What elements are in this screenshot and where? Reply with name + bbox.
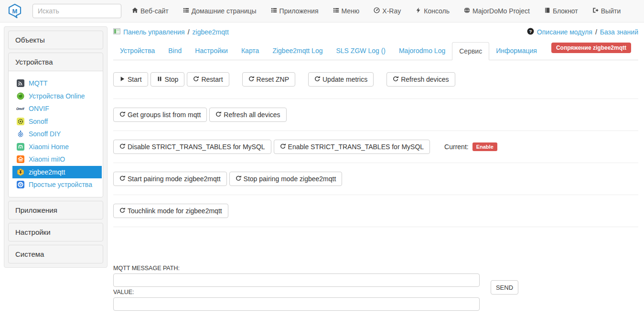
refresh-icon: [248, 76, 254, 83]
refresh-all-devices-button[interactable]: Refresh all devices: [209, 108, 286, 122]
search-input[interactable]: [32, 4, 121, 18]
tab-sls-zgw-log[interactable]: SLS ZGW Log (): [329, 42, 392, 60]
refresh-icon: [280, 143, 286, 151]
question-icon: [527, 28, 534, 36]
onvif-icon: Onvif: [16, 105, 25, 113]
knowledge-base-link[interactable]: База знаний: [600, 28, 638, 36]
pause-icon: [157, 76, 162, 83]
main-content: Панель управления / zigbee2mqtt Описание…: [107, 22, 644, 313]
list-icon: [271, 7, 277, 15]
device-list: MQTT Устройства Online Onvif ONVIF: [9, 71, 103, 197]
refresh-icon: [119, 207, 125, 215]
refresh-icon: [215, 111, 221, 119]
sidebar-panel-settings: Настройки: [8, 223, 103, 241]
breadcrumb: Панель управления / zigbee2mqtt: [113, 28, 229, 36]
restart-button[interactable]: Restart: [187, 72, 229, 87]
mqtt-message-form: MQTT MESSAGE PATH: VALUE: SEND: [113, 265, 638, 311]
sidebar-panel-objects: Объекты: [8, 31, 103, 49]
sidebar-panel-system: Система: [8, 245, 103, 263]
current-status-badge: Enable: [472, 142, 497, 151]
help-links: Описание модуля / База знаний: [527, 28, 638, 36]
nav-menu[interactable]: Меню: [333, 7, 360, 15]
sidebar-item-xiaomi-home[interactable]: Xiaomi Home: [12, 141, 102, 153]
current-label: Current:: [444, 143, 469, 151]
tab-information[interactable]: Информация: [489, 42, 544, 60]
sidebar-item-devices-online[interactable]: Устройства Online: [12, 90, 102, 103]
sidebar-item-xiaomi-miio[interactable]: Xiaomi miIO: [12, 153, 102, 166]
xiaomi-home-icon: [16, 142, 25, 151]
pairing-status-badge[interactable]: Сопряжение zigbee2mqtt: [551, 43, 631, 53]
nav-home-pages[interactable]: Домашние страницы: [183, 7, 257, 15]
start-pairing-button[interactable]: Start pairing mode zigbee2mqtt: [113, 172, 227, 186]
service-row-groups: Get groups list from mqtt Refresh all de…: [113, 99, 638, 131]
service-row-pairing: Start pairing mode zigbee2mqtt Stop pair…: [113, 163, 638, 195]
refresh-icon: [393, 76, 398, 83]
stop-button[interactable]: Stop: [150, 72, 185, 87]
sidebar: Объекты Устройства MQTT Устройства Onlin…: [4, 26, 107, 268]
start-button[interactable]: Start: [113, 72, 148, 87]
service-row-touchlink: Touchlink mode for zigbee2mqtt: [113, 195, 638, 227]
stop-pairing-button[interactable]: Stop pairing mode zigbee2mqtt: [229, 172, 343, 186]
sidebar-item-sonoff-diy[interactable]: Sonoff DIY: [12, 128, 102, 141]
refresh-devices-button[interactable]: Refresh devices: [386, 72, 455, 87]
tab-service[interactable]: Сервис: [452, 42, 489, 60]
notebook-icon: [544, 7, 550, 15]
refresh-icon: [314, 76, 320, 83]
tab-bind[interactable]: Bind: [161, 42, 188, 60]
enable-strict-tables-button[interactable]: Enable STRICT_TRANS_TABLES for MySQL: [274, 140, 430, 154]
globe-icon: [464, 7, 470, 15]
sidebar-item-onvif[interactable]: Onvif ONVIF: [12, 102, 102, 115]
tab-map[interactable]: Карта: [235, 42, 266, 60]
mqtt-icon: [16, 79, 25, 87]
bolt-icon: [415, 7, 421, 15]
refresh-icon: [236, 175, 241, 183]
sidebar-item-sonoff[interactable]: Sonoff: [12, 115, 102, 128]
nav-website[interactable]: Веб-сайт: [132, 7, 169, 15]
mqtt-path-input[interactable]: [113, 273, 480, 287]
get-groups-button[interactable]: Get groups list from mqtt: [113, 108, 207, 122]
refresh-icon: [119, 143, 125, 151]
online-icon: [16, 92, 25, 100]
zigbee2mqtt-icon: [16, 168, 25, 176]
sidebar-item-zigbee2mqtt[interactable]: zigbee2mqtt: [12, 166, 102, 179]
tab-majordomo-log[interactable]: Majorodmo Log: [392, 42, 452, 60]
tab-settings[interactable]: Настройки: [188, 42, 235, 60]
control-panel-icon: [113, 28, 120, 36]
nav-applications[interactable]: Приложения: [271, 7, 319, 15]
top-navbar: M Веб-сайт Домашние страницы Приложения …: [0, 0, 644, 22]
sidebar-panel-settings-header[interactable]: Настройки: [9, 223, 103, 241]
xiaomi-miio-icon: [16, 155, 25, 164]
sidebar-panel-objects-header[interactable]: Объекты: [9, 31, 103, 49]
breadcrumb-control-panel[interactable]: Панель управления: [123, 28, 185, 36]
nav-notebook[interactable]: Блокнот: [544, 7, 578, 15]
nav-console[interactable]: Консоль: [415, 7, 450, 15]
send-button[interactable]: SEND: [491, 280, 518, 295]
disable-strict-tables-button[interactable]: Disable STRICT_TRANS_TABLES for MySQL: [113, 140, 271, 154]
sidebar-panel-system-header[interactable]: Система: [9, 245, 103, 263]
tab-zigbee2mqtt-log[interactable]: Zigbee2mqtt Log: [266, 42, 329, 60]
gauge-icon: [374, 7, 380, 15]
sidebar-panel-apps-header[interactable]: Приложения: [9, 201, 103, 219]
tab-devices[interactable]: Устройства: [113, 42, 161, 60]
service-row-mysql: Disable STRICT_TRANS_TABLES for MySQL En…: [113, 131, 638, 163]
nav-xray[interactable]: X-Ray: [374, 7, 401, 15]
refresh-icon: [119, 175, 125, 183]
home-icon: [132, 7, 138, 15]
logout-icon: [592, 7, 599, 15]
mqtt-path-label: MQTT MESSAGE PATH:: [113, 265, 638, 272]
sidebar-item-mqtt[interactable]: MQTT: [12, 77, 102, 90]
sidebar-panel-devices-header[interactable]: Устройства: [9, 53, 103, 71]
module-description-link[interactable]: Описание модуля: [537, 28, 592, 36]
nav-logout[interactable]: Выйти: [592, 7, 621, 15]
breadcrumb-module[interactable]: zigbee2mqtt: [193, 28, 229, 36]
value-label: VALUE:: [113, 289, 638, 295]
majordomo-logo-icon[interactable]: M: [7, 3, 23, 19]
sidebar-item-simple-devices[interactable]: Простые устройства: [12, 178, 102, 191]
sidebar-panel-apps: Приложения: [8, 201, 103, 219]
value-input[interactable]: [113, 297, 480, 311]
reset-znp-button[interactable]: Reset ZNP: [242, 72, 295, 87]
update-metrics-button[interactable]: Update metrics: [308, 72, 374, 87]
touchlink-button[interactable]: Touchlink mode for zigbee2mqtt: [113, 204, 228, 218]
sidebar-panel-devices: Устройства MQTT Устройства Online: [8, 53, 103, 197]
nav-majordomo-project[interactable]: MajorDoMo Project: [464, 7, 530, 15]
